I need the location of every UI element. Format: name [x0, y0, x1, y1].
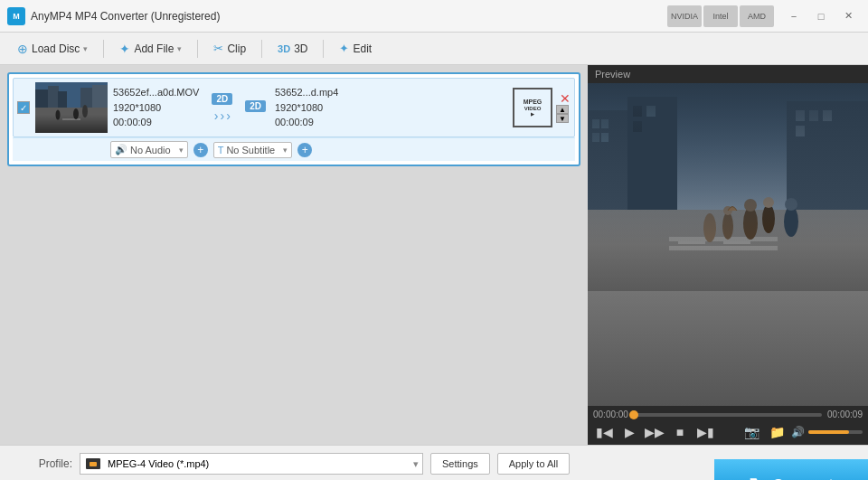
svg-point-11	[82, 105, 88, 118]
title-controls: − □ ✕	[781, 7, 861, 25]
svg-rect-19	[627, 97, 677, 210]
input-duration: 00:00:09	[113, 115, 199, 130]
codec-box[interactable]: MPEG VIDEO ▶	[513, 88, 552, 127]
svg-rect-14	[588, 110, 628, 210]
folder-btn[interactable]: 📁	[766, 423, 788, 441]
svg-rect-3	[35, 89, 49, 108]
svg-point-36	[763, 197, 774, 208]
amd-btn[interactable]: AMD	[740, 5, 774, 27]
audio-icon: 🔊	[115, 144, 127, 155]
main-area: ✓	[0, 65, 868, 445]
svg-rect-13	[588, 83, 868, 210]
audio-selector[interactable]: 🔊 No Audio ▾	[110, 141, 188, 158]
convert-icon: ↻	[749, 475, 765, 481]
svg-rect-21	[646, 106, 656, 117]
control-buttons: ▮◀ ▶ ▶▶ ■ ▶▮ 📷 📁 🔊	[593, 423, 863, 441]
preview-label: Preview	[588, 65, 868, 83]
svg-point-37	[722, 212, 733, 240]
load-disc-button[interactable]: ⊕ Load Disc ▾	[7, 37, 98, 61]
toolbar-sep-1	[103, 40, 104, 58]
player-controls: 00:00:00 00:00:09 ▮◀ ▶ ▶▶ ■ ▶▮ 📷 📁 🔊	[588, 406, 868, 445]
subtitle-selector[interactable]: T No Subtitle ▾	[213, 142, 293, 158]
volume-bar[interactable]	[808, 430, 863, 434]
skip-end-btn[interactable]: ▶▮	[694, 423, 716, 441]
svg-point-39	[784, 206, 798, 237]
svg-point-33	[743, 207, 758, 240]
volume-icon: 🔊	[791, 426, 805, 438]
clip-button[interactable]: ✂ Clip	[203, 37, 256, 61]
minimize-btn[interactable]: −	[781, 7, 807, 25]
close-btn[interactable]: ✕	[835, 7, 861, 25]
maximize-btn[interactable]: □	[808, 7, 834, 25]
skip-start-btn[interactable]: ▮◀	[593, 423, 615, 441]
app-icon: M	[7, 7, 25, 25]
gpu-buttons: NVIDIA Intel AMD	[667, 5, 774, 27]
input-filename: 53652ef...a0d.MOV	[113, 85, 199, 100]
clip-icon: ✂	[213, 42, 223, 55]
progress-track[interactable]	[634, 413, 822, 417]
apply-to-all-btn[interactable]: Apply to All	[497, 453, 570, 475]
arrow-2: ›	[220, 108, 224, 123]
svg-rect-31	[669, 237, 778, 241]
svg-rect-24	[796, 110, 805, 121]
file-close-btn[interactable]: ✕	[560, 92, 571, 105]
settings-btn[interactable]: Settings	[430, 453, 490, 475]
svg-text:M: M	[13, 12, 20, 21]
edit-label: Edit	[353, 42, 372, 55]
svg-rect-16	[601, 119, 609, 128]
title-text: AnyMP4 MP4 Converter (Unregistered)	[31, 10, 667, 23]
svg-rect-30	[723, 241, 750, 244]
subtitle-add-btn[interactable]: +	[297, 143, 312, 157]
svg-rect-8	[35, 108, 108, 133]
svg-rect-20	[633, 106, 642, 117]
svg-rect-26	[823, 110, 832, 121]
load-disc-label: Load Disc	[32, 42, 80, 55]
file-list: ✓	[7, 72, 580, 166]
load-disc-icon: ⊕	[17, 42, 28, 56]
time-start: 00:00:00	[593, 409, 628, 419]
thumbnail-image	[35, 82, 108, 133]
audio-add-btn[interactable]: +	[193, 143, 208, 157]
badge-2d-input: 2D	[212, 93, 232, 105]
svg-rect-32	[669, 246, 778, 250]
svg-rect-18	[601, 133, 609, 142]
svg-rect-22	[633, 121, 642, 132]
screenshot-btn[interactable]: 📷	[741, 423, 762, 441]
add-file-button[interactable]: ✦ Add File ▾	[109, 37, 192, 61]
3d-button[interactable]: 3D 3D	[268, 37, 317, 61]
svg-point-41	[703, 213, 716, 242]
stop-btn[interactable]: ■	[669, 423, 691, 441]
toolbar-sep-4	[323, 40, 324, 58]
svg-rect-7	[92, 85, 108, 108]
subtitle-icon: T	[218, 145, 224, 155]
input-resolution: 1920*1080	[113, 100, 199, 116]
scroll-up-btn[interactable]: ▲	[556, 105, 569, 114]
profile-label: Profile:	[11, 457, 72, 470]
progress-thumb[interactable]	[629, 410, 638, 419]
svg-rect-9	[62, 118, 80, 120]
convert-label: Convert	[772, 476, 834, 480]
profile-icon	[86, 458, 100, 469]
add-file-arrow: ▾	[177, 44, 182, 53]
profile-select[interactable]: MPEG-4 Video (*.mp4) ▾	[80, 453, 423, 475]
edit-button[interactable]: ✦ Edit	[329, 37, 382, 61]
left-panel: ✓	[0, 65, 588, 445]
svg-rect-23	[787, 101, 868, 210]
svg-rect-29	[678, 241, 705, 244]
3d-icon: 3D	[278, 43, 290, 54]
title-bar: M AnyMP4 MP4 Converter (Unregistered) NV…	[0, 0, 868, 33]
svg-rect-27	[796, 126, 805, 136]
scroll-down-btn[interactable]: ▼	[556, 114, 569, 123]
profile-arrow: ▾	[413, 458, 419, 470]
intel-btn[interactable]: Intel	[703, 5, 738, 27]
add-file-icon: ✦	[119, 42, 130, 56]
fast-forward-btn[interactable]: ▶▶	[644, 423, 665, 441]
nvidia-btn[interactable]: NVIDIA	[667, 5, 702, 27]
file-sub-row: 🔊 No Audio ▾ + T No Subtitle ▾ +	[13, 137, 575, 161]
arrow-1: ›	[214, 108, 219, 123]
file-item: ✓	[13, 78, 575, 137]
svg-rect-17	[592, 133, 599, 142]
convert-button[interactable]: ↻ Convert	[714, 459, 868, 480]
file-checkbox[interactable]: ✓	[17, 101, 30, 114]
play-btn[interactable]: ▶	[618, 423, 640, 441]
